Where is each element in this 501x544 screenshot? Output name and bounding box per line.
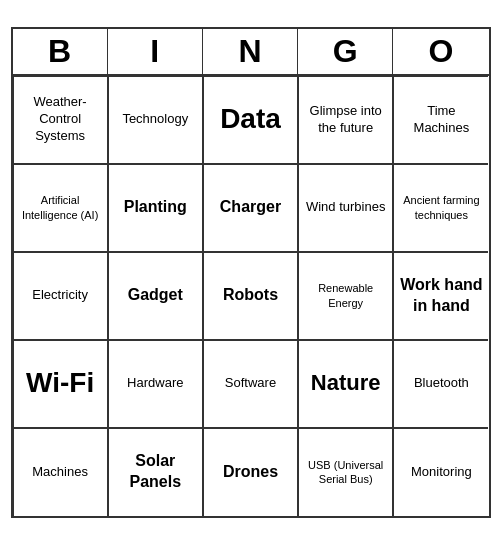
cell-text: Artificial Intelligence (AI): [18, 193, 103, 222]
cell-text: Data: [220, 101, 281, 137]
cell-text: Software: [225, 375, 276, 392]
bingo-cell: Gadget: [108, 252, 203, 340]
bingo-cell: Time Machines: [393, 76, 488, 164]
cell-text: Hardware: [127, 375, 183, 392]
bingo-cell: Bluetooth: [393, 340, 488, 428]
bingo-grid: Weather-Control SystemsTechnologyDataGli…: [13, 76, 489, 516]
bingo-cell: Renewable Energy: [298, 252, 393, 340]
cell-text: Renewable Energy: [303, 281, 388, 310]
bingo-cell: Glimpse into the future: [298, 76, 393, 164]
cell-text: Robots: [223, 285, 278, 306]
bingo-cell: Charger: [203, 164, 298, 252]
cell-text: Technology: [122, 111, 188, 128]
cell-text: Charger: [220, 197, 281, 218]
bingo-cell: Planting: [108, 164, 203, 252]
cell-text: Planting: [124, 197, 187, 218]
header-letter: G: [298, 29, 393, 74]
header-letter: N: [203, 29, 298, 74]
bingo-header: BINGO: [13, 29, 489, 76]
cell-text: Electricity: [32, 287, 88, 304]
bingo-cell: USB (Universal Serial Bus): [298, 428, 393, 516]
cell-text: USB (Universal Serial Bus): [303, 458, 388, 487]
cell-text: Weather-Control Systems: [18, 94, 103, 145]
bingo-cell: Wi-Fi: [13, 340, 108, 428]
bingo-cell: Technology: [108, 76, 203, 164]
cell-text: Wi-Fi: [26, 365, 94, 401]
bingo-cell: Software: [203, 340, 298, 428]
bingo-cell: Wind turbines: [298, 164, 393, 252]
bingo-cell: Work hand in hand: [393, 252, 488, 340]
cell-text: Solar Panels: [113, 451, 198, 493]
bingo-cell: Drones: [203, 428, 298, 516]
cell-text: Wind turbines: [306, 199, 385, 216]
cell-text: Drones: [223, 462, 278, 483]
bingo-cell: Artificial Intelligence (AI): [13, 164, 108, 252]
bingo-cell: Machines: [13, 428, 108, 516]
bingo-cell: Hardware: [108, 340, 203, 428]
bingo-cell: Ancient farming techniques: [393, 164, 488, 252]
cell-text: Nature: [311, 369, 381, 398]
cell-text: Time Machines: [398, 103, 484, 137]
cell-text: Bluetooth: [414, 375, 469, 392]
header-letter: B: [13, 29, 108, 74]
cell-text: Glimpse into the future: [303, 103, 388, 137]
cell-text: Monitoring: [411, 464, 472, 481]
cell-text: Gadget: [128, 285, 183, 306]
bingo-cell: Monitoring: [393, 428, 488, 516]
bingo-cell: Solar Panels: [108, 428, 203, 516]
bingo-card: BINGO Weather-Control SystemsTechnologyD…: [11, 27, 491, 518]
bingo-cell: Data: [203, 76, 298, 164]
bingo-cell: Robots: [203, 252, 298, 340]
cell-text: Work hand in hand: [398, 275, 484, 317]
bingo-cell: Weather-Control Systems: [13, 76, 108, 164]
cell-text: Ancient farming techniques: [398, 193, 484, 222]
bingo-cell: Electricity: [13, 252, 108, 340]
header-letter: I: [108, 29, 203, 74]
cell-text: Machines: [32, 464, 88, 481]
bingo-cell: Nature: [298, 340, 393, 428]
header-letter: O: [393, 29, 488, 74]
